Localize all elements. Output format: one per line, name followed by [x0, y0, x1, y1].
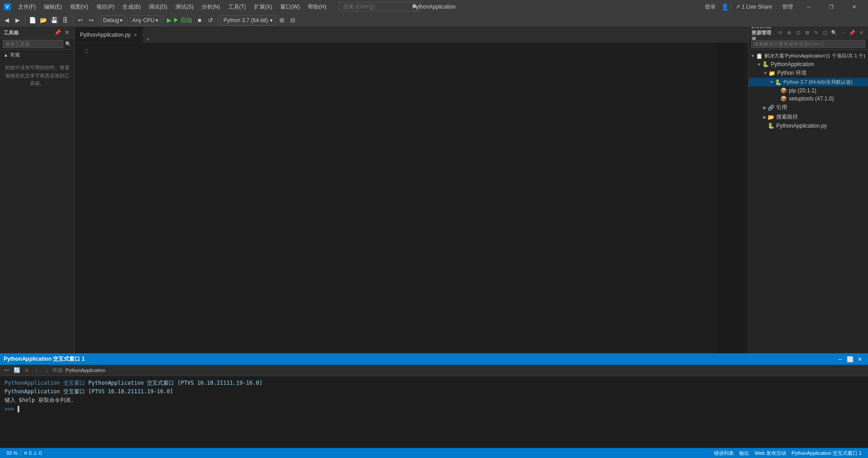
solution-search-input[interactable] — [751, 40, 865, 48]
bottom-reset-btn[interactable]: ↩ — [3, 366, 11, 374]
bottom-up-btn[interactable]: ↑ — [33, 366, 41, 374]
restore-button[interactable]: ❐ — [821, 0, 842, 14]
status-output[interactable]: 输出 — [736, 450, 752, 457]
toolbar-stop-btn[interactable]: ■ — [194, 15, 204, 25]
tree-python-version[interactable]: ▼ 🐍 Python 3.7 (64-bit)(全局默认值) — [749, 78, 868, 86]
tree-pip[interactable]: ▶ 📦 pip (20.1.1) — [749, 86, 868, 95]
menu-build[interactable]: 生成(B) — [119, 2, 144, 12]
sol-close-icon[interactable]: ✕ — [857, 29, 865, 37]
warning-icon: ⚠ — [33, 450, 38, 456]
menu-window[interactable]: 窗口(W) — [277, 2, 303, 12]
tab-add-button[interactable]: + — [143, 36, 153, 43]
platform-arrow: ▾ — [156, 17, 158, 24]
status-zoom[interactable]: 93 % — [4, 450, 20, 456]
tree-project[interactable]: ▼ 🐍 PythonApplication — [749, 60, 868, 68]
tree-search-path[interactable]: ▶ 📂 搜索路径 — [749, 112, 868, 122]
toolbar-open-btn[interactable]: 📂 — [38, 15, 48, 25]
sol-toolbar-search-toggle[interactable]: 🔍 — [830, 29, 838, 37]
menu-debug[interactable]: 调试(D) — [145, 2, 171, 12]
editor-scrollbar[interactable] — [744, 43, 748, 353]
sol-toolbar-add[interactable]: ⊕ — [785, 29, 793, 37]
status-web-publish[interactable]: Web 发布活动 — [752, 450, 788, 457]
live-share-button[interactable]: ↗ 1 Live Share — [731, 3, 777, 11]
solution-panel-header: 解决方案资源管理器 ⟲ ⊕ ⊡ ⊞ ✎ ◫ 🔍 → 📌 ✕ — [749, 27, 868, 38]
sol-toolbar-edit[interactable]: ✎ — [812, 29, 820, 37]
toolbar-save-all-btn[interactable]: 🗄 — [60, 15, 70, 25]
sol-toolbar-view[interactable]: ◫ — [821, 29, 829, 37]
menu-file[interactable]: 文件(F) — [14, 2, 39, 12]
sol-toolbar-collapse[interactable]: ⊡ — [794, 29, 802, 37]
tree-setuptools[interactable]: ▶ 📦 setuptools (47.1.0) — [749, 95, 868, 103]
menu-help[interactable]: 帮助(H) — [304, 2, 330, 12]
sol-toolbar-arrow[interactable]: → — [839, 29, 847, 37]
setuptools-icon: 📦 — [780, 95, 787, 102]
tree-references[interactable]: ▶ 🔗 引用 — [749, 103, 868, 112]
python-version-collapse-arrow: ▼ — [769, 80, 774, 85]
bottom-minimize-btn[interactable]: ─ — [835, 355, 844, 364]
toolbox-pin-icon[interactable]: 📌 — [53, 29, 62, 36]
sol-toolbar-expand[interactable]: ⊞ — [803, 29, 811, 37]
bottom-down-btn[interactable]: ↓ — [42, 366, 51, 374]
python-version-icon: 🐍 — [775, 79, 782, 86]
bottom-refresh-btn[interactable]: 🔄 — [13, 366, 21, 374]
tree-main-file[interactable]: ▶ 🐍 PythonApplication.py — [749, 122, 868, 130]
toolbar-layout-btn[interactable]: ⊟ — [288, 15, 297, 25]
menu-tools[interactable]: 工具(T) — [225, 2, 250, 12]
tree-python-env[interactable]: ▼ 📁 Python 环境 — [749, 68, 868, 78]
bottom-close-btn[interactable]: ✕ — [855, 355, 864, 364]
python-version-selector[interactable]: Python 3.7 (64-bit) ▾ — [220, 15, 276, 25]
status-errors[interactable]: ✕ 0 ⚠ 0 — [21, 450, 44, 456]
toolbar: ◀ ▶ 📄 📂 💾 🗄 ↩ ↪ Debug ▾ Any CPU ▾ ▶ ▶ 启动… — [0, 14, 868, 27]
toolbar-separator-6 — [217, 16, 218, 24]
python-version-value: Python 3.7 (64-bit) — [223, 17, 268, 24]
menu-project[interactable]: 项目(P) — [93, 2, 118, 12]
toolbar-save-btn[interactable]: 💾 — [49, 15, 59, 25]
console-version-info: PythonApplication 交互式窗口 [PTVS 16.10.2111… — [88, 380, 262, 386]
close-button[interactable]: ✕ — [844, 0, 864, 14]
account-icon[interactable]: 👤 — [721, 3, 729, 10]
tab-close-icon[interactable]: ✕ — [133, 33, 137, 38]
toolbar-redo-btn[interactable]: ↪ — [86, 15, 96, 25]
menu-view[interactable]: 视图(V) — [66, 2, 92, 12]
run-button[interactable]: ▶ ▶ 启动 — [165, 16, 194, 24]
toolbar-restart-btn[interactable]: ↺ — [205, 15, 215, 25]
toolbox-panel-header: 工具箱 📌 ✕ — [0, 27, 74, 38]
platform-dropdown[interactable]: Any CPU ▾ — [130, 15, 160, 25]
debug-mode-dropdown[interactable]: Debug ▾ — [101, 15, 125, 25]
debug-mode-value: Debug — [103, 17, 119, 24]
console-app-name: PythonApplication 交互窗口 — [5, 380, 85, 386]
bottom-menu-btn[interactable]: ≡ — [23, 366, 31, 374]
toolbar-new-btn[interactable]: 📄 — [28, 15, 38, 25]
manage-button[interactable]: 管理 — [778, 2, 797, 12]
toolbox-close-icon[interactable]: ✕ — [63, 29, 71, 36]
sol-pin-icon[interactable]: 📌 — [848, 29, 856, 37]
bottom-panel-controls: ─ ⬜ ✕ — [835, 355, 864, 364]
menu-edit[interactable]: 编辑(E) — [40, 2, 66, 12]
warning-count: 0 — [39, 450, 42, 456]
project-label: PythonApplication — [771, 61, 814, 67]
menu-analyze[interactable]: 分析(N) — [198, 2, 224, 12]
menu-extensions[interactable]: 扩展(X) — [250, 2, 276, 12]
toolbar-grid-btn[interactable]: ⊞ — [277, 15, 287, 25]
status-error-list[interactable]: 错误列表 — [711, 450, 736, 457]
toolbar-forward-btn[interactable]: ▶ — [13, 15, 23, 25]
search-input[interactable] — [339, 2, 420, 11]
status-interactive-window[interactable]: PythonApplication 交互式窗口 1 — [789, 450, 864, 457]
tab-python-app[interactable]: PythonApplication.py ✕ — [75, 27, 143, 43]
minimize-button[interactable]: ─ — [798, 0, 819, 14]
line-numbers: 2 — [75, 43, 93, 353]
toolbar-undo-btn[interactable]: ↩ — [75, 15, 85, 25]
references-label: 引用 — [776, 104, 787, 111]
editor[interactable]: 2 — [75, 43, 748, 353]
toolbox-section-common[interactable]: ▲ 常规 — [0, 50, 74, 60]
menu-test[interactable]: 测试(S) — [172, 2, 197, 12]
toolbox-search-icon: 🔍 — [65, 41, 71, 47]
toolbar-back-btn[interactable]: ◀ — [2, 15, 12, 25]
login-button[interactable]: 登录 — [701, 2, 719, 12]
bottom-content[interactable]: PythonApplication 交互窗口 PythonApplication… — [0, 376, 868, 448]
bottom-maximize-btn[interactable]: ⬜ — [845, 355, 854, 364]
toolbox-search-input[interactable] — [3, 40, 63, 48]
tree-solution-root[interactable]: ▼ 📋 解决方案'PythonApplication'(1 个项目/共 1 个) — [749, 52, 868, 60]
editor-content[interactable] — [93, 43, 717, 353]
sol-toolbar-refresh[interactable]: ⟲ — [776, 29, 784, 37]
